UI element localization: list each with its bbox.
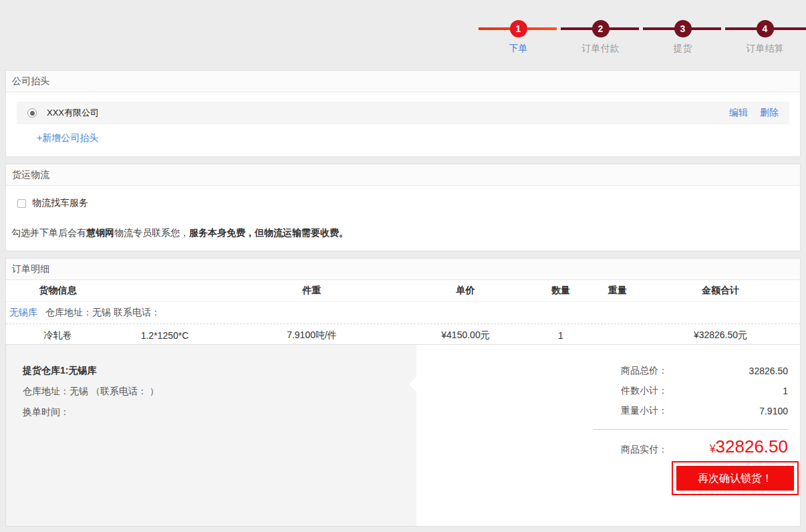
actual-payment-row: 商品实付： ¥32826.50: [416, 436, 788, 457]
actual-payment-value: ¥32826.50: [668, 436, 788, 457]
summary-row-weight-subtotal: 重量小计： 7.9100: [416, 401, 788, 421]
company-radio-selected[interactable]: [27, 108, 37, 118]
stepper-step-payment: 2 订单付款: [559, 20, 642, 55]
step-number-badge: 3: [674, 20, 692, 37]
step-number-badge: 2: [592, 20, 610, 37]
pickup-warehouse-title: 提货仓库1:无锡库: [23, 365, 416, 377]
item-name: 冷轧卷: [6, 329, 110, 342]
step-number-badge: 1: [510, 20, 527, 37]
logistics-service-label: 物流找车服务: [32, 197, 88, 209]
exchange-time-label: 换单时间：: [23, 406, 416, 418]
item-amount-total: ¥32826.50元: [641, 329, 800, 342]
logistics-section: 货运物流 物流找车服务 勾选并下单后会有慧钢网物流专员联系您，服务本身免费，但物…: [5, 164, 801, 251]
step-label: 订单付款: [559, 43, 642, 55]
warehouse-link[interactable]: 无锡库: [9, 307, 37, 319]
stepper-step-place-order: 1 下单: [477, 20, 559, 55]
logistics-service-option[interactable]: 物流找车服务: [17, 197, 789, 209]
item-spec: 1.2*1250*C: [110, 330, 220, 341]
logistics-service-checkbox[interactable]: [17, 199, 26, 208]
step-label: 下单: [477, 43, 559, 55]
logistics-note: 勾选并下单后会有慧钢网物流专员联系您，服务本身免费，但物流运输需要收费。: [11, 227, 789, 239]
order-section-title: 订单明细: [6, 259, 800, 280]
col-weight: 重量: [594, 285, 641, 297]
company-section-body: XXX有限公司 编辑 删除 +新增公司抬头: [6, 92, 800, 156]
item-unit-weight: 7.9100吨/件: [220, 329, 404, 342]
logistics-section-title: 货运物流: [6, 164, 800, 186]
summary-row-total-price: 商品总价： 32826.50: [416, 361, 788, 381]
col-unit-weight: 件重: [220, 285, 404, 297]
company-row[interactable]: XXX有限公司 编辑 删除: [17, 102, 789, 124]
col-goods-info: 货物信息: [6, 285, 110, 297]
radio-dot: [30, 111, 35, 116]
summary-value-weight: 7.9100: [668, 406, 788, 416]
step-label: 提货: [642, 43, 724, 55]
warehouse-group-row: 无锡库 仓库地址：无锡 联系电话：: [6, 302, 800, 324]
confirm-lock-goods-button[interactable]: 再次确认锁货！: [676, 466, 794, 491]
checkout-page: 公司抬头 XXX有限公司 编辑 删除 +新增公司抬头 货运物流 物流找车服务 勾…: [5, 70, 801, 355]
company-title-section: 公司抬头 XXX有限公司 编辑 删除 +新增公司抬头: [5, 70, 801, 157]
col-unit-price: 单价: [404, 285, 527, 297]
note-text-normal: 物流专员联系您，: [114, 227, 189, 238]
company-section-title: 公司抬头: [6, 71, 800, 92]
order-progress-stepper: 1 下单 2 订单付款 3 提货 4 订单结算: [477, 20, 806, 55]
edit-company-link[interactable]: 编辑: [729, 107, 748, 119]
summary-row-piece-count: 件数小计： 1: [416, 381, 788, 401]
summary-divider: [593, 429, 788, 430]
summary-label: 重量小计：: [621, 405, 668, 417]
payment-amount: 32826.50: [716, 436, 788, 456]
summary-value-total: 32826.50: [668, 366, 788, 376]
col-quantity: 数量: [527, 285, 594, 297]
summary-label: 件数小计：: [621, 385, 668, 397]
warehouse-info-text: 仓库地址：无锡 联系电话：: [45, 307, 160, 319]
step-number-badge: 4: [757, 20, 774, 37]
actual-payment-label: 商品实付：: [621, 444, 668, 456]
company-name-label: XXX有限公司: [47, 107, 99, 119]
totals-panel: 商品总价： 32826.50 件数小计： 1 重量小计： 7.9100 商品实付…: [416, 345, 800, 526]
note-text-bold: 服务本身免费，但物流运输需要收费。: [189, 227, 348, 238]
order-summary-panel: 提货仓库1:无锡库 仓库地址：无锡 （联系电话： ） 换单时间： 商品总价： 3…: [5, 344, 801, 527]
pickup-warehouse-address: 仓库地址：无锡 （联系电话： ）: [23, 386, 416, 398]
step-label: 订单结算: [724, 43, 806, 55]
pickup-warehouse-panel: 提货仓库1:无锡库 仓库地址：无锡 （联系电话： ） 换单时间：: [6, 345, 416, 526]
add-company-title-link[interactable]: +新增公司抬头: [37, 132, 98, 144]
summary-label: 商品总价：: [621, 365, 668, 377]
stepper-step-settlement: 4 订单结算: [724, 20, 806, 55]
item-unit-price: ¥4150.00元: [404, 329, 527, 342]
note-brand-name: 慧钢网: [86, 227, 114, 238]
currency-symbol: ¥: [710, 443, 716, 454]
delete-company-link[interactable]: 删除: [760, 107, 779, 119]
order-detail-section: 订单明细 货物信息 件重 单价 数量 重量 金额合计 无锡库 仓库地址：无锡 联…: [5, 258, 801, 348]
company-row-actions: 编辑 删除: [729, 107, 779, 119]
panel-arrow-notch: [409, 377, 416, 392]
summary-value-pieces: 1: [668, 386, 788, 396]
note-text-normal: 勾选并下单后会有: [11, 227, 86, 238]
stepper-step-pickup: 3 提货: [642, 20, 724, 55]
confirm-button-frame[interactable]: 再次确认锁货！: [672, 461, 799, 495]
logistics-section-body: 物流找车服务 勾选并下单后会有慧钢网物流专员联系您，服务本身免费，但物流运输需要…: [6, 186, 800, 251]
col-amount-total: 金额合计: [641, 285, 800, 297]
order-table-header: 货物信息 件重 单价 数量 重量 金额合计: [6, 280, 800, 302]
item-quantity: 1: [527, 330, 594, 341]
